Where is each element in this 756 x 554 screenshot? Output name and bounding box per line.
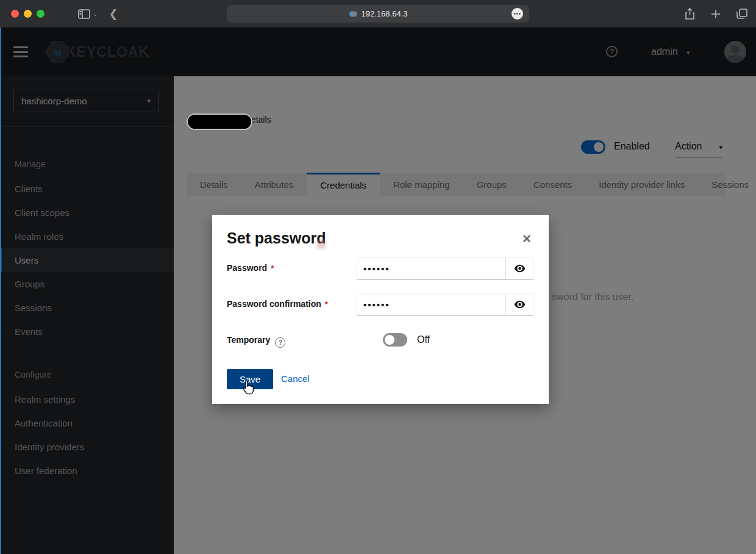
browser-chrome: ⌄ ❮ 192.168.64.3 ••• bbox=[0, 0, 756, 27]
cancel-button[interactable]: Cancel bbox=[281, 373, 310, 384]
password-input[interactable]: •••••• bbox=[357, 258, 505, 279]
minimize-window-button[interactable] bbox=[24, 10, 32, 18]
page-menu-ellipsis-icon[interactable]: ••• bbox=[512, 8, 523, 20]
new-tab-icon[interactable] bbox=[711, 9, 721, 19]
temporary-toggle[interactable] bbox=[383, 333, 407, 347]
traffic-lights bbox=[11, 10, 45, 18]
required-asterisk: * bbox=[271, 264, 274, 273]
password-confirmation-label: Password confirmation* bbox=[227, 299, 328, 309]
modal-title: Set password bbox=[227, 229, 326, 247]
tab-overview-icon[interactable] bbox=[736, 9, 747, 20]
temporary-label: Temporary? bbox=[227, 335, 285, 348]
address-bar[interactable]: 192.168.64.3 ••• bbox=[227, 5, 529, 23]
redacted-text-smudge bbox=[317, 239, 326, 249]
required-asterisk: * bbox=[325, 300, 328, 309]
window-edge-accent bbox=[0, 27, 1, 554]
password-label: Password* bbox=[227, 263, 274, 273]
password-confirmation-input[interactable]: •••••• bbox=[357, 294, 505, 315]
back-button[interactable]: ❮ bbox=[109, 7, 118, 21]
help-icon[interactable]: ? bbox=[275, 337, 285, 348]
close-icon[interactable]: ✕ bbox=[522, 232, 532, 246]
privacy-shield-icon bbox=[349, 10, 358, 18]
sidebar-toggle-icon[interactable]: ⌄ bbox=[78, 9, 98, 19]
chevron-down-icon[interactable]: ⌄ bbox=[93, 10, 98, 17]
show-password-button[interactable] bbox=[505, 294, 533, 315]
eye-icon bbox=[514, 300, 526, 309]
redacted-username-pill bbox=[187, 113, 252, 130]
url-text: 192.168.64.3 bbox=[362, 9, 408, 18]
set-password-modal: Set password ✕ Password* •••••• Password… bbox=[212, 215, 549, 404]
zoom-window-button[interactable] bbox=[37, 10, 45, 18]
show-password-button[interactable] bbox=[505, 258, 533, 279]
close-window-button[interactable] bbox=[11, 10, 19, 18]
mouse-cursor-icon bbox=[241, 380, 255, 398]
share-icon[interactable] bbox=[685, 8, 695, 20]
temporary-toggle-state: Off bbox=[417, 334, 430, 345]
eye-icon bbox=[514, 264, 526, 273]
